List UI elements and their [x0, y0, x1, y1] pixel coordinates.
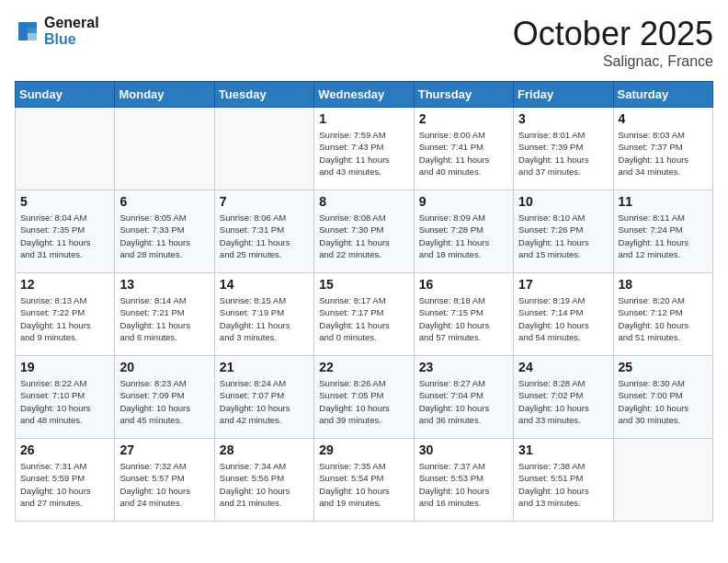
day-number: 27: [119, 442, 209, 457]
table-row: 1Sunrise: 7:59 AM Sunset: 7:43 PM Daylig…: [314, 108, 414, 190]
page-header: General Blue October 2025 Salignac, Fran…: [15, 15, 713, 70]
day-info: Sunrise: 8:30 AM Sunset: 7:00 PM Dayligh…: [619, 377, 708, 426]
table-row: [613, 439, 712, 522]
day-info: Sunrise: 7:34 AM Sunset: 5:56 PM Dayligh…: [220, 460, 309, 509]
table-row: 17Sunrise: 8:19 AM Sunset: 7:14 PM Dayli…: [514, 273, 613, 356]
table-row: [214, 108, 313, 190]
calendar-week-row: 26Sunrise: 7:31 AM Sunset: 5:59 PM Dayli…: [16, 439, 713, 522]
day-info: Sunrise: 8:00 AM Sunset: 7:41 PM Dayligh…: [419, 129, 508, 178]
day-number: 17: [518, 277, 608, 292]
calendar-table: Sunday Monday Tuesday Wednesday Thursday…: [15, 81, 713, 522]
day-number: 20: [119, 360, 209, 374]
day-info: Sunrise: 8:24 AM Sunset: 7:07 PM Dayligh…: [220, 377, 309, 426]
day-number: 9: [419, 194, 508, 209]
day-number: 5: [20, 194, 109, 209]
day-number: 16: [419, 277, 508, 292]
logo: General Blue: [15, 15, 99, 48]
logo-icon: [15, 18, 40, 44]
calendar-week-row: 12Sunrise: 8:13 AM Sunset: 7:22 PM Dayli…: [16, 273, 713, 356]
day-number: 8: [319, 194, 408, 209]
day-number: 12: [20, 277, 109, 292]
day-number: 3: [518, 111, 608, 126]
day-number: 31: [518, 442, 608, 457]
day-info: Sunrise: 8:04 AM Sunset: 7:35 PM Dayligh…: [20, 212, 109, 260]
day-info: Sunrise: 8:19 AM Sunset: 7:14 PM Dayligh…: [518, 294, 608, 343]
month-title: October 2025: [513, 15, 713, 53]
table-row: 18Sunrise: 8:20 AM Sunset: 7:12 PM Dayli…: [613, 273, 712, 356]
table-row: 25Sunrise: 8:30 AM Sunset: 7:00 PM Dayli…: [613, 356, 712, 439]
calendar-week-row: 5Sunrise: 8:04 AM Sunset: 7:35 PM Daylig…: [16, 190, 713, 273]
table-row: 20Sunrise: 8:23 AM Sunset: 7:09 PM Dayli…: [115, 356, 214, 439]
day-info: Sunrise: 7:59 AM Sunset: 7:43 PM Dayligh…: [319, 129, 408, 178]
table-row: 15Sunrise: 8:17 AM Sunset: 7:17 PM Dayli…: [314, 273, 414, 356]
table-row: 4Sunrise: 8:03 AM Sunset: 7:37 PM Daylig…: [613, 108, 712, 190]
day-number: 14: [220, 277, 309, 292]
table-row: 6Sunrise: 8:05 AM Sunset: 7:33 PM Daylig…: [115, 190, 214, 273]
day-number: 11: [619, 194, 708, 209]
col-saturday: Saturday: [613, 82, 712, 108]
day-number: 24: [518, 360, 608, 374]
day-info: Sunrise: 8:06 AM Sunset: 7:31 PM Dayligh…: [220, 212, 309, 260]
table-row: 24Sunrise: 8:28 AM Sunset: 7:02 PM Dayli…: [514, 356, 613, 439]
day-number: 29: [319, 442, 408, 457]
day-info: Sunrise: 7:37 AM Sunset: 5:53 PM Dayligh…: [419, 460, 508, 509]
table-row: 2Sunrise: 8:00 AM Sunset: 7:41 PM Daylig…: [414, 108, 513, 190]
calendar-header-row: Sunday Monday Tuesday Wednesday Thursday…: [16, 82, 713, 108]
table-row: 11Sunrise: 8:11 AM Sunset: 7:24 PM Dayli…: [613, 190, 712, 273]
table-row: 22Sunrise: 8:26 AM Sunset: 7:05 PM Dayli…: [314, 356, 414, 439]
col-friday: Friday: [514, 82, 613, 108]
day-number: 7: [220, 194, 309, 209]
day-number: 26: [20, 442, 109, 457]
table-row: 16Sunrise: 8:18 AM Sunset: 7:15 PM Dayli…: [414, 273, 513, 356]
day-info: Sunrise: 7:31 AM Sunset: 5:59 PM Dayligh…: [20, 460, 109, 509]
day-info: Sunrise: 7:35 AM Sunset: 5:54 PM Dayligh…: [319, 460, 408, 509]
col-thursday: Thursday: [414, 82, 513, 108]
day-info: Sunrise: 8:18 AM Sunset: 7:15 PM Dayligh…: [419, 294, 508, 343]
title-area: October 2025 Salignac, France: [513, 15, 713, 70]
day-info: Sunrise: 8:27 AM Sunset: 7:04 PM Dayligh…: [419, 377, 508, 426]
col-wednesday: Wednesday: [314, 82, 414, 108]
day-info: Sunrise: 8:11 AM Sunset: 7:24 PM Dayligh…: [619, 212, 708, 260]
day-info: Sunrise: 8:05 AM Sunset: 7:33 PM Dayligh…: [119, 212, 209, 260]
day-info: Sunrise: 8:17 AM Sunset: 7:17 PM Dayligh…: [319, 294, 408, 343]
table-row: 9Sunrise: 8:09 AM Sunset: 7:28 PM Daylig…: [414, 190, 513, 273]
day-info: Sunrise: 8:28 AM Sunset: 7:02 PM Dayligh…: [518, 377, 608, 426]
day-number: 2: [419, 111, 508, 126]
day-number: 22: [319, 360, 408, 374]
calendar-week-row: 19Sunrise: 8:22 AM Sunset: 7:10 PM Dayli…: [16, 356, 713, 439]
day-number: 21: [220, 360, 309, 374]
logo-text: General Blue: [44, 15, 99, 48]
day-number: 28: [220, 442, 309, 457]
col-sunday: Sunday: [16, 82, 115, 108]
table-row: [16, 108, 115, 190]
table-row: 19Sunrise: 8:22 AM Sunset: 7:10 PM Dayli…: [16, 356, 115, 439]
day-info: Sunrise: 8:14 AM Sunset: 7:21 PM Dayligh…: [119, 294, 209, 343]
table-row: [115, 108, 214, 190]
day-info: Sunrise: 7:32 AM Sunset: 5:57 PM Dayligh…: [119, 460, 209, 509]
table-row: 10Sunrise: 8:10 AM Sunset: 7:26 PM Dayli…: [514, 190, 613, 273]
day-number: 1: [319, 111, 408, 126]
day-info: Sunrise: 8:10 AM Sunset: 7:26 PM Dayligh…: [518, 212, 608, 260]
day-info: Sunrise: 7:38 AM Sunset: 5:51 PM Dayligh…: [518, 460, 608, 509]
table-row: 28Sunrise: 7:34 AM Sunset: 5:56 PM Dayli…: [214, 439, 313, 522]
table-row: 8Sunrise: 8:08 AM Sunset: 7:30 PM Daylig…: [314, 190, 414, 273]
day-number: 25: [619, 360, 708, 374]
day-info: Sunrise: 8:15 AM Sunset: 7:19 PM Dayligh…: [220, 294, 309, 343]
day-info: Sunrise: 8:22 AM Sunset: 7:10 PM Dayligh…: [20, 377, 109, 426]
day-info: Sunrise: 8:20 AM Sunset: 7:12 PM Dayligh…: [619, 294, 708, 343]
table-row: 3Sunrise: 8:01 AM Sunset: 7:39 PM Daylig…: [514, 108, 613, 190]
day-info: Sunrise: 8:01 AM Sunset: 7:39 PM Dayligh…: [518, 129, 608, 178]
day-number: 19: [20, 360, 109, 374]
col-tuesday: Tuesday: [214, 82, 313, 108]
table-row: 31Sunrise: 7:38 AM Sunset: 5:51 PM Dayli…: [514, 439, 613, 522]
day-number: 13: [119, 277, 209, 292]
day-number: 30: [419, 442, 508, 457]
table-row: 23Sunrise: 8:27 AM Sunset: 7:04 PM Dayli…: [414, 356, 513, 439]
day-info: Sunrise: 8:13 AM Sunset: 7:22 PM Dayligh…: [20, 294, 109, 343]
table-row: 29Sunrise: 7:35 AM Sunset: 5:54 PM Dayli…: [314, 439, 414, 522]
day-number: 6: [119, 194, 209, 209]
table-row: 26Sunrise: 7:31 AM Sunset: 5:59 PM Dayli…: [16, 439, 115, 522]
table-row: 12Sunrise: 8:13 AM Sunset: 7:22 PM Dayli…: [16, 273, 115, 356]
day-number: 15: [319, 277, 408, 292]
table-row: 27Sunrise: 7:32 AM Sunset: 5:57 PM Dayli…: [115, 439, 214, 522]
